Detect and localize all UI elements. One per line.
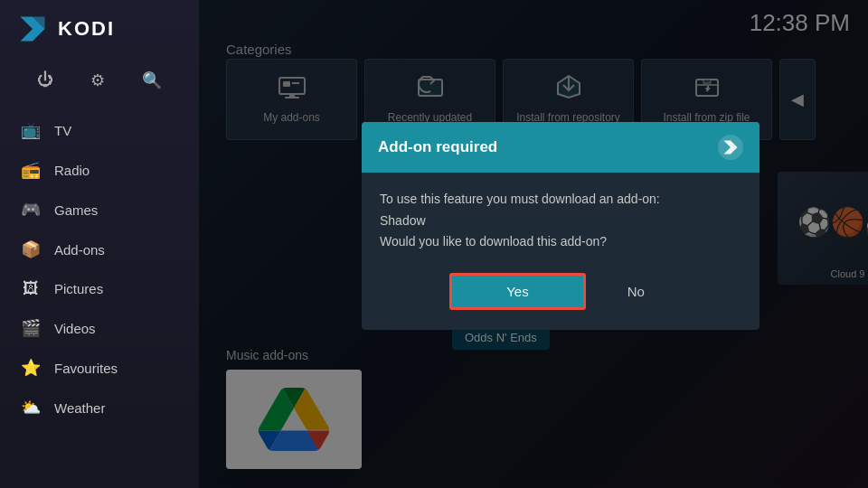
sidebar-item-tv-label: TV: [54, 123, 71, 138]
sidebar-item-games-label: Games: [54, 202, 98, 218]
svg-marker-11: [724, 140, 738, 154]
modal-overlay: Add-on required To use this feature you …: [199, 0, 868, 488]
videos-icon: 🎬: [20, 318, 42, 338]
modal-header: Add-on required: [362, 122, 760, 173]
sidebar-item-videos-label: Videos: [54, 321, 96, 336]
radio-icon: 📻: [20, 160, 42, 180]
weather-icon: ⛅: [20, 398, 42, 418]
modal-line3: Would you like to download this add-on?: [380, 234, 607, 249]
power-icon[interactable]: ⏻: [33, 67, 57, 94]
sidebar-item-radio[interactable]: 📻 Radio: [0, 150, 199, 190]
sidebar-item-pictures-label: Pictures: [54, 281, 103, 296]
sidebar-item-games[interactable]: 🎮 Games: [0, 190, 199, 230]
sidebar-item-videos[interactable]: 🎬 Videos: [0, 308, 199, 348]
yes-button[interactable]: Yes: [449, 273, 585, 310]
modal-body: To use this feature you must download an…: [362, 173, 760, 330]
sidebar-item-weather[interactable]: ⛅ Weather: [0, 388, 199, 427]
sidebar-nav: 📺 TV 📻 Radio 🎮 Games 📦 Add-ons 🖼 Picture…: [0, 110, 199, 488]
modal-line1: To use this feature you must download an…: [380, 192, 660, 206]
sidebar: KODI ⏻ ⚙ 🔍 📺 TV 📻 Radio 🎮 Games 📦 Add-on…: [0, 0, 199, 488]
sidebar-item-favourites-label: Favourites: [54, 361, 118, 376]
sidebar-item-favourites[interactable]: ⭐ Favourites: [0, 348, 199, 388]
addon-required-modal: Add-on required To use this feature you …: [362, 122, 760, 330]
modal-close-button[interactable]: [718, 135, 743, 160]
sidebar-item-pictures[interactable]: 🖼 Pictures: [0, 269, 199, 308]
kodi-logo-icon: [16, 13, 49, 45]
sidebar-item-tv[interactable]: 📺 TV: [0, 110, 199, 150]
modal-message: To use this feature you must download an…: [380, 189, 741, 253]
main-content: 12:38 PM Categories My add-ons: [199, 0, 868, 488]
games-icon: 🎮: [20, 200, 42, 220]
no-button[interactable]: No: [600, 273, 672, 310]
search-icon[interactable]: 🔍: [138, 67, 165, 94]
sidebar-header: KODI: [0, 0, 199, 58]
sidebar-item-weather-label: Weather: [54, 400, 105, 416]
sidebar-item-addons-label: Add-ons: [54, 242, 105, 258]
modal-title: Add-on required: [378, 138, 497, 156]
tv-icon: 📺: [20, 120, 42, 140]
app-title: KODI: [58, 17, 115, 41]
modal-buttons: Yes No: [380, 273, 741, 310]
addons-icon: 📦: [20, 239, 42, 259]
settings-icon[interactable]: ⚙: [87, 67, 108, 94]
sidebar-item-addons[interactable]: 📦 Add-ons: [0, 230, 199, 269]
pictures-icon: 🖼: [20, 279, 42, 298]
modal-addon-name: Shadow: [380, 213, 426, 228]
sidebar-action-icons: ⏻ ⚙ 🔍: [0, 58, 199, 110]
sidebar-item-radio-label: Radio: [54, 163, 90, 178]
favourites-icon: ⭐: [20, 358, 42, 378]
